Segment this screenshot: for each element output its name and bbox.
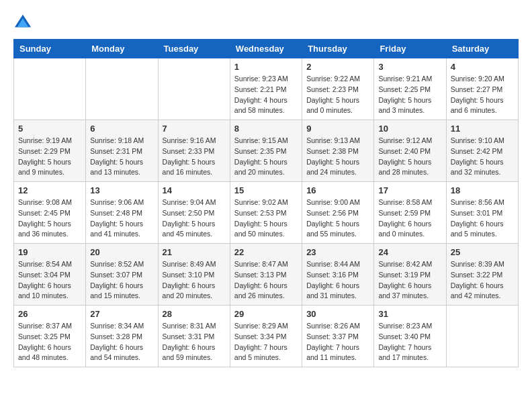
calendar-week-row: 12Sunrise: 9:08 AM Sunset: 2:45 PM Dayli… [14, 182, 519, 244]
calendar-cell: 20Sunrise: 8:52 AM Sunset: 3:07 PM Dayli… [86, 244, 158, 306]
day-info: Sunrise: 9:04 AM Sunset: 2:50 PM Dayligh… [163, 197, 226, 240]
calendar-cell: 15Sunrise: 9:02 AM Sunset: 2:53 PM Dayli… [230, 182, 302, 244]
calendar-cell [158, 58, 230, 120]
day-info: Sunrise: 9:15 AM Sunset: 2:35 PM Dayligh… [234, 136, 298, 178]
calendar-cell: 6Sunrise: 9:18 AM Sunset: 2:31 PM Daylig… [86, 120, 158, 182]
day-number: 2 [306, 62, 369, 72]
day-number: 26 [18, 309, 81, 319]
day-number: 6 [90, 124, 153, 134]
day-info: Sunrise: 9:08 AM Sunset: 2:45 PM Dayligh… [18, 197, 81, 240]
day-number: 17 [378, 185, 441, 195]
calendar-cell: 29Sunrise: 8:29 AM Sunset: 3:34 PM Dayli… [230, 306, 302, 367]
calendar-cell: 30Sunrise: 8:26 AM Sunset: 3:37 PM Dayli… [302, 306, 374, 367]
day-number: 1 [234, 62, 298, 72]
day-info: Sunrise: 9:00 AM Sunset: 2:56 PM Dayligh… [306, 197, 369, 240]
day-number: 5 [18, 124, 81, 134]
calendar-table: SundayMondayTuesdayWednesdayThursdayFrid… [13, 39, 519, 367]
day-number: 19 [18, 247, 81, 257]
day-number: 18 [451, 185, 514, 195]
day-info: Sunrise: 8:26 AM Sunset: 3:37 PM Dayligh… [306, 321, 369, 363]
calendar-week-row: 5Sunrise: 9:19 AM Sunset: 2:29 PM Daylig… [14, 120, 519, 182]
logo-icon [13, 13, 32, 32]
day-of-week-header: Tuesday [158, 40, 230, 58]
day-number: 12 [18, 185, 81, 195]
day-of-week-header: Monday [86, 40, 158, 58]
day-info: Sunrise: 8:37 AM Sunset: 3:25 PM Dayligh… [18, 321, 81, 363]
calendar-cell: 12Sunrise: 9:08 AM Sunset: 2:45 PM Dayli… [14, 182, 86, 244]
calendar-week-row: 19Sunrise: 8:54 AM Sunset: 3:04 PM Dayli… [14, 244, 519, 306]
day-info: Sunrise: 8:34 AM Sunset: 3:28 PM Dayligh… [90, 321, 153, 363]
day-number: 14 [163, 185, 226, 195]
day-info: Sunrise: 8:29 AM Sunset: 3:34 PM Dayligh… [234, 321, 298, 363]
calendar-cell: 7Sunrise: 9:16 AM Sunset: 2:33 PM Daylig… [158, 120, 230, 182]
calendar-cell: 17Sunrise: 8:58 AM Sunset: 2:59 PM Dayli… [374, 182, 446, 244]
day-info: Sunrise: 8:44 AM Sunset: 3:16 PM Dayligh… [306, 259, 369, 302]
calendar-cell: 2Sunrise: 9:22 AM Sunset: 2:23 PM Daylig… [302, 58, 374, 120]
calendar-cell: 18Sunrise: 8:56 AM Sunset: 3:01 PM Dayli… [446, 182, 518, 244]
calendar-cell: 14Sunrise: 9:04 AM Sunset: 2:50 PM Dayli… [158, 182, 230, 244]
day-number: 27 [90, 309, 153, 319]
day-info: Sunrise: 8:39 AM Sunset: 3:22 PM Dayligh… [451, 259, 514, 302]
day-number: 28 [163, 309, 226, 319]
day-info: Sunrise: 8:56 AM Sunset: 3:01 PM Dayligh… [451, 197, 514, 240]
day-number: 4 [451, 62, 514, 72]
calendar-week-row: 1Sunrise: 9:23 AM Sunset: 2:21 PM Daylig… [14, 58, 519, 120]
logo [13, 13, 35, 32]
calendar-cell: 31Sunrise: 8:23 AM Sunset: 3:40 PM Dayli… [374, 306, 446, 367]
day-info: Sunrise: 9:18 AM Sunset: 2:31 PM Dayligh… [90, 136, 153, 178]
calendar-cell: 5Sunrise: 9:19 AM Sunset: 2:29 PM Daylig… [14, 120, 86, 182]
day-info: Sunrise: 9:22 AM Sunset: 2:23 PM Dayligh… [306, 74, 369, 116]
day-number: 31 [378, 309, 441, 319]
day-info: Sunrise: 9:20 AM Sunset: 2:27 PM Dayligh… [451, 74, 514, 116]
day-info: Sunrise: 8:58 AM Sunset: 2:59 PM Dayligh… [378, 197, 441, 240]
calendar-cell: 21Sunrise: 8:49 AM Sunset: 3:10 PM Dayli… [158, 244, 230, 306]
day-info: Sunrise: 9:06 AM Sunset: 2:48 PM Dayligh… [90, 197, 153, 240]
calendar-cell: 23Sunrise: 8:44 AM Sunset: 3:16 PM Dayli… [302, 244, 374, 306]
calendar-cell: 8Sunrise: 9:15 AM Sunset: 2:35 PM Daylig… [230, 120, 302, 182]
day-info: Sunrise: 9:23 AM Sunset: 2:21 PM Dayligh… [234, 74, 298, 116]
day-number: 10 [378, 124, 441, 134]
calendar-cell: 22Sunrise: 8:47 AM Sunset: 3:13 PM Dayli… [230, 244, 302, 306]
calendar-cell: 19Sunrise: 8:54 AM Sunset: 3:04 PM Dayli… [14, 244, 86, 306]
day-number: 8 [234, 124, 298, 134]
day-number: 13 [90, 185, 153, 195]
day-of-week-header: Wednesday [230, 40, 302, 58]
day-info: Sunrise: 9:02 AM Sunset: 2:53 PM Dayligh… [234, 197, 298, 240]
day-number: 16 [306, 185, 369, 195]
day-info: Sunrise: 9:12 AM Sunset: 2:40 PM Dayligh… [378, 136, 441, 178]
day-info: Sunrise: 8:31 AM Sunset: 3:31 PM Dayligh… [163, 321, 226, 363]
calendar-cell: 25Sunrise: 8:39 AM Sunset: 3:22 PM Dayli… [446, 244, 518, 306]
day-number: 20 [90, 247, 153, 257]
day-number: 9 [306, 124, 369, 134]
day-of-week-header: Thursday [302, 40, 374, 58]
calendar-cell: 13Sunrise: 9:06 AM Sunset: 2:48 PM Dayli… [86, 182, 158, 244]
calendar-cell: 4Sunrise: 9:20 AM Sunset: 2:27 PM Daylig… [446, 58, 518, 120]
calendar-cell: 10Sunrise: 9:12 AM Sunset: 2:40 PM Dayli… [374, 120, 446, 182]
day-number: 21 [163, 247, 226, 257]
day-number: 23 [306, 247, 369, 257]
calendar-cell: 11Sunrise: 9:10 AM Sunset: 2:42 PM Dayli… [446, 120, 518, 182]
calendar-cell: 26Sunrise: 8:37 AM Sunset: 3:25 PM Dayli… [14, 306, 86, 367]
calendar-cell [86, 58, 158, 120]
day-info: Sunrise: 8:42 AM Sunset: 3:19 PM Dayligh… [378, 259, 441, 302]
day-number: 30 [306, 309, 369, 319]
day-number: 29 [234, 309, 298, 319]
day-info: Sunrise: 9:19 AM Sunset: 2:29 PM Dayligh… [18, 136, 81, 178]
calendar-cell: 24Sunrise: 8:42 AM Sunset: 3:19 PM Dayli… [374, 244, 446, 306]
day-info: Sunrise: 8:54 AM Sunset: 3:04 PM Dayligh… [18, 259, 81, 302]
day-number: 24 [378, 247, 441, 257]
calendar-header-row: SundayMondayTuesdayWednesdayThursdayFrid… [14, 40, 519, 58]
day-of-week-header: Saturday [446, 40, 518, 58]
calendar-cell: 3Sunrise: 9:21 AM Sunset: 2:25 PM Daylig… [374, 58, 446, 120]
day-number: 7 [163, 124, 226, 134]
calendar-week-row: 26Sunrise: 8:37 AM Sunset: 3:25 PM Dayli… [14, 306, 519, 367]
day-info: Sunrise: 8:49 AM Sunset: 3:10 PM Dayligh… [163, 259, 226, 302]
day-of-week-header: Sunday [14, 40, 86, 58]
calendar-cell: 28Sunrise: 8:31 AM Sunset: 3:31 PM Dayli… [158, 306, 230, 367]
day-number: 22 [234, 247, 298, 257]
calendar-cell: 16Sunrise: 9:00 AM Sunset: 2:56 PM Dayli… [302, 182, 374, 244]
day-info: Sunrise: 9:10 AM Sunset: 2:42 PM Dayligh… [451, 136, 514, 178]
calendar-cell [14, 58, 86, 120]
day-info: Sunrise: 9:21 AM Sunset: 2:25 PM Dayligh… [378, 74, 441, 116]
day-number: 3 [378, 62, 441, 72]
